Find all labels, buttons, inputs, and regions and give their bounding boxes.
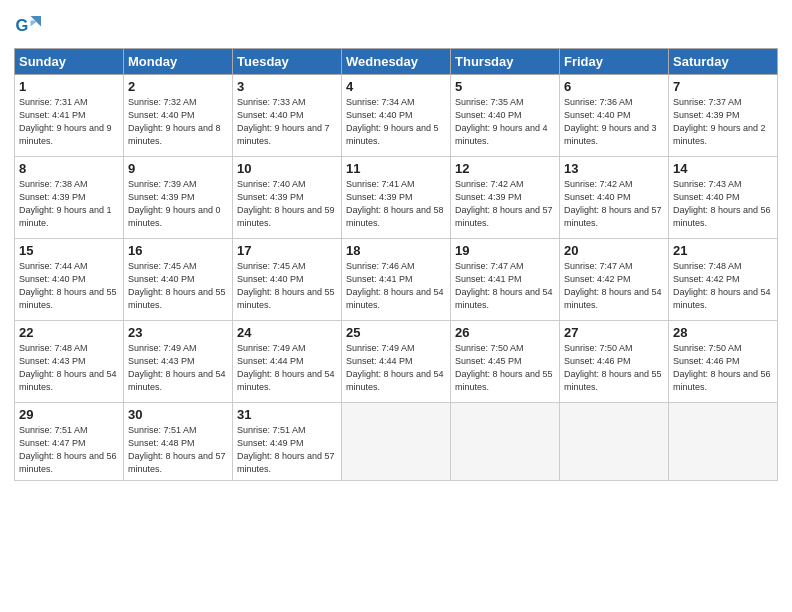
calendar-cell: 13Sunrise: 7:42 AM Sunset: 4:40 PM Dayli… — [560, 157, 669, 239]
day-detail: Sunrise: 7:48 AM Sunset: 4:43 PM Dayligh… — [19, 342, 119, 394]
day-detail: Sunrise: 7:47 AM Sunset: 4:42 PM Dayligh… — [564, 260, 664, 312]
calendar-day-header: Saturday — [669, 49, 778, 75]
day-number: 15 — [19, 243, 119, 258]
calendar-cell: 28Sunrise: 7:50 AM Sunset: 4:46 PM Dayli… — [669, 321, 778, 403]
calendar-cell: 30Sunrise: 7:51 AM Sunset: 4:48 PM Dayli… — [124, 403, 233, 481]
calendar-day-header: Monday — [124, 49, 233, 75]
day-detail: Sunrise: 7:49 AM Sunset: 4:44 PM Dayligh… — [346, 342, 446, 394]
day-detail: Sunrise: 7:36 AM Sunset: 4:40 PM Dayligh… — [564, 96, 664, 148]
calendar-day-header: Friday — [560, 49, 669, 75]
day-number: 21 — [673, 243, 773, 258]
calendar-cell: 8Sunrise: 7:38 AM Sunset: 4:39 PM Daylig… — [15, 157, 124, 239]
day-number: 12 — [455, 161, 555, 176]
calendar-cell: 19Sunrise: 7:47 AM Sunset: 4:41 PM Dayli… — [451, 239, 560, 321]
day-number: 23 — [128, 325, 228, 340]
day-detail: Sunrise: 7:41 AM Sunset: 4:39 PM Dayligh… — [346, 178, 446, 230]
day-detail: Sunrise: 7:35 AM Sunset: 4:40 PM Dayligh… — [455, 96, 555, 148]
day-detail: Sunrise: 7:32 AM Sunset: 4:40 PM Dayligh… — [128, 96, 228, 148]
calendar-cell: 27Sunrise: 7:50 AM Sunset: 4:46 PM Dayli… — [560, 321, 669, 403]
calendar-cell: 18Sunrise: 7:46 AM Sunset: 4:41 PM Dayli… — [342, 239, 451, 321]
day-number: 16 — [128, 243, 228, 258]
calendar-cell: 9Sunrise: 7:39 AM Sunset: 4:39 PM Daylig… — [124, 157, 233, 239]
day-number: 20 — [564, 243, 664, 258]
day-detail: Sunrise: 7:44 AM Sunset: 4:40 PM Dayligh… — [19, 260, 119, 312]
day-number: 26 — [455, 325, 555, 340]
day-number: 17 — [237, 243, 337, 258]
day-number: 5 — [455, 79, 555, 94]
calendar-cell: 25Sunrise: 7:49 AM Sunset: 4:44 PM Dayli… — [342, 321, 451, 403]
day-number: 18 — [346, 243, 446, 258]
day-number: 10 — [237, 161, 337, 176]
day-detail: Sunrise: 7:50 AM Sunset: 4:46 PM Dayligh… — [673, 342, 773, 394]
calendar-cell: 20Sunrise: 7:47 AM Sunset: 4:42 PM Dayli… — [560, 239, 669, 321]
day-detail: Sunrise: 7:33 AM Sunset: 4:40 PM Dayligh… — [237, 96, 337, 148]
day-detail: Sunrise: 7:48 AM Sunset: 4:42 PM Dayligh… — [673, 260, 773, 312]
calendar-header-row: SundayMondayTuesdayWednesdayThursdayFrid… — [15, 49, 778, 75]
day-number: 2 — [128, 79, 228, 94]
calendar-cell — [560, 403, 669, 481]
calendar-day-header: Wednesday — [342, 49, 451, 75]
svg-text:G: G — [16, 16, 29, 34]
day-detail: Sunrise: 7:37 AM Sunset: 4:39 PM Dayligh… — [673, 96, 773, 148]
day-detail: Sunrise: 7:50 AM Sunset: 4:46 PM Dayligh… — [564, 342, 664, 394]
calendar: SundayMondayTuesdayWednesdayThursdayFrid… — [14, 48, 778, 481]
header: G — [14, 10, 778, 40]
day-detail: Sunrise: 7:43 AM Sunset: 4:40 PM Dayligh… — [673, 178, 773, 230]
calendar-cell: 4Sunrise: 7:34 AM Sunset: 4:40 PM Daylig… — [342, 75, 451, 157]
day-detail: Sunrise: 7:47 AM Sunset: 4:41 PM Dayligh… — [455, 260, 555, 312]
day-detail: Sunrise: 7:45 AM Sunset: 4:40 PM Dayligh… — [237, 260, 337, 312]
calendar-cell: 23Sunrise: 7:49 AM Sunset: 4:43 PM Dayli… — [124, 321, 233, 403]
calendar-cell: 10Sunrise: 7:40 AM Sunset: 4:39 PM Dayli… — [233, 157, 342, 239]
day-number: 19 — [455, 243, 555, 258]
day-number: 9 — [128, 161, 228, 176]
calendar-day-header: Tuesday — [233, 49, 342, 75]
day-number: 14 — [673, 161, 773, 176]
calendar-cell — [451, 403, 560, 481]
calendar-cell: 21Sunrise: 7:48 AM Sunset: 4:42 PM Dayli… — [669, 239, 778, 321]
calendar-cell: 5Sunrise: 7:35 AM Sunset: 4:40 PM Daylig… — [451, 75, 560, 157]
day-number: 30 — [128, 407, 228, 422]
day-detail: Sunrise: 7:42 AM Sunset: 4:39 PM Dayligh… — [455, 178, 555, 230]
page-container: G SundayMondayTuesdayWednesdayThursdayFr… — [0, 0, 792, 491]
day-number: 3 — [237, 79, 337, 94]
logo-icon: G — [14, 10, 44, 40]
day-detail: Sunrise: 7:42 AM Sunset: 4:40 PM Dayligh… — [564, 178, 664, 230]
day-number: 24 — [237, 325, 337, 340]
day-detail: Sunrise: 7:50 AM Sunset: 4:45 PM Dayligh… — [455, 342, 555, 394]
day-detail: Sunrise: 7:38 AM Sunset: 4:39 PM Dayligh… — [19, 178, 119, 230]
calendar-cell: 22Sunrise: 7:48 AM Sunset: 4:43 PM Dayli… — [15, 321, 124, 403]
calendar-cell: 12Sunrise: 7:42 AM Sunset: 4:39 PM Dayli… — [451, 157, 560, 239]
day-detail: Sunrise: 7:31 AM Sunset: 4:41 PM Dayligh… — [19, 96, 119, 148]
day-detail: Sunrise: 7:45 AM Sunset: 4:40 PM Dayligh… — [128, 260, 228, 312]
calendar-cell: 15Sunrise: 7:44 AM Sunset: 4:40 PM Dayli… — [15, 239, 124, 321]
day-number: 25 — [346, 325, 446, 340]
calendar-day-header: Thursday — [451, 49, 560, 75]
day-number: 6 — [564, 79, 664, 94]
calendar-cell: 2Sunrise: 7:32 AM Sunset: 4:40 PM Daylig… — [124, 75, 233, 157]
day-detail: Sunrise: 7:49 AM Sunset: 4:44 PM Dayligh… — [237, 342, 337, 394]
calendar-cell — [669, 403, 778, 481]
day-detail: Sunrise: 7:51 AM Sunset: 4:47 PM Dayligh… — [19, 424, 119, 476]
day-detail: Sunrise: 7:51 AM Sunset: 4:48 PM Dayligh… — [128, 424, 228, 476]
day-number: 29 — [19, 407, 119, 422]
day-number: 28 — [673, 325, 773, 340]
calendar-cell: 26Sunrise: 7:50 AM Sunset: 4:45 PM Dayli… — [451, 321, 560, 403]
calendar-cell: 16Sunrise: 7:45 AM Sunset: 4:40 PM Dayli… — [124, 239, 233, 321]
day-number: 31 — [237, 407, 337, 422]
day-number: 27 — [564, 325, 664, 340]
calendar-cell: 31Sunrise: 7:51 AM Sunset: 4:49 PM Dayli… — [233, 403, 342, 481]
day-detail: Sunrise: 7:46 AM Sunset: 4:41 PM Dayligh… — [346, 260, 446, 312]
calendar-day-header: Sunday — [15, 49, 124, 75]
calendar-cell: 24Sunrise: 7:49 AM Sunset: 4:44 PM Dayli… — [233, 321, 342, 403]
calendar-cell: 29Sunrise: 7:51 AM Sunset: 4:47 PM Dayli… — [15, 403, 124, 481]
calendar-cell: 3Sunrise: 7:33 AM Sunset: 4:40 PM Daylig… — [233, 75, 342, 157]
calendar-cell: 1Sunrise: 7:31 AM Sunset: 4:41 PM Daylig… — [15, 75, 124, 157]
day-number: 13 — [564, 161, 664, 176]
day-detail: Sunrise: 7:34 AM Sunset: 4:40 PM Dayligh… — [346, 96, 446, 148]
calendar-cell: 11Sunrise: 7:41 AM Sunset: 4:39 PM Dayli… — [342, 157, 451, 239]
day-detail: Sunrise: 7:39 AM Sunset: 4:39 PM Dayligh… — [128, 178, 228, 230]
day-number: 11 — [346, 161, 446, 176]
calendar-cell: 14Sunrise: 7:43 AM Sunset: 4:40 PM Dayli… — [669, 157, 778, 239]
calendar-cell: 7Sunrise: 7:37 AM Sunset: 4:39 PM Daylig… — [669, 75, 778, 157]
day-number: 7 — [673, 79, 773, 94]
